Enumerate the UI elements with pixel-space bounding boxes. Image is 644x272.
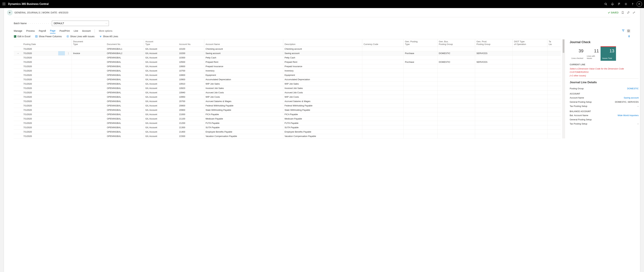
row-select[interactable]: [58, 112, 65, 116]
cell-taxlia[interactable]: [547, 86, 561, 90]
cell-diot[interactable]: [513, 95, 547, 99]
col-marker[interactable]: [14, 39, 22, 47]
cell-doc-no[interactable]: OPENINGBAL: [106, 55, 144, 60]
cell-taxlia[interactable]: [547, 51, 561, 55]
cell-doc-no[interactable]: OPENINGBAL: [106, 134, 144, 138]
table-row[interactable]: 7/1/2020OPENINGBALG/L Account21300SUTA P…: [14, 125, 561, 130]
row-select[interactable]: [58, 64, 65, 69]
cell-taxlia[interactable]: [547, 47, 561, 51]
cell-posting-date[interactable]: 7/1/2020: [22, 130, 58, 134]
cell-gpt[interactable]: [404, 86, 438, 90]
cell-doc-type[interactable]: [72, 130, 106, 134]
cell-doc-type[interactable]: [72, 55, 106, 60]
cell-currency[interactable]: [362, 47, 404, 51]
cell-acc-name[interactable]: Inventory: [204, 69, 283, 73]
cell-gbpg[interactable]: DOMESTIC: [438, 60, 475, 64]
pin-icon[interactable]: [628, 35, 630, 38]
row-menu-icon[interactable]: [65, 82, 72, 86]
cell-doc-no[interactable]: OPENINGBAL: [106, 116, 144, 121]
cell-doc-type[interactable]: [72, 86, 106, 90]
cell-currency[interactable]: [362, 86, 404, 90]
row-menu-icon[interactable]: [65, 77, 72, 82]
cell-gpt[interactable]: Purchase: [404, 51, 438, 55]
batch-lookup-icon[interactable]: ···: [106, 22, 108, 24]
cell-acc-name[interactable]: Federal Withholding Payable: [204, 103, 283, 108]
cell-taxlia[interactable]: [547, 116, 561, 121]
table-row[interactable]: 7/1/2020OPENINGBALG/L Account10800Equipm…: [14, 73, 561, 77]
cell-acc-no[interactable]: 10100: [178, 47, 204, 51]
cell-doc-no[interactable]: OPENINGBAL: [106, 99, 144, 103]
row-select[interactable]: [58, 60, 65, 64]
col-menu[interactable]: [65, 39, 72, 47]
row-select[interactable]: [58, 121, 65, 125]
cell-acc-type[interactable]: G/L Account: [144, 73, 178, 77]
cell-posting-date[interactable]: 7/1/2020: [22, 64, 58, 69]
row-select[interactable]: [58, 55, 65, 60]
cell-acc-name[interactable]: Accumulated Depreciation: [204, 77, 283, 82]
cell-gppg[interactable]: SERVICES: [475, 60, 512, 64]
show-fewer-columns-action[interactable]: Show Fewer Columns: [35, 35, 62, 38]
cell-gbpg[interactable]: DOMESTIC: [438, 51, 475, 55]
cell-posting-date[interactable]: 7/1/2020: [22, 82, 58, 86]
cell-acc-no[interactable]: 10950: [178, 95, 204, 99]
cell-currency[interactable]: [362, 130, 404, 134]
cell-diot[interactable]: [513, 60, 547, 64]
cell-gpt[interactable]: [404, 47, 438, 51]
cell-posting-date[interactable]: 7/1/2020: [22, 47, 58, 51]
cell-gbpg[interactable]: [438, 125, 475, 130]
cell-gpt[interactable]: [404, 103, 438, 108]
cell-doc-no[interactable]: OPENINGBAL: [106, 121, 144, 125]
row-menu-icon[interactable]: [65, 130, 72, 134]
cell-gppg[interactable]: [475, 73, 512, 77]
work-date[interactable]: 4/6/2020: [58, 11, 68, 14]
col-taxlia[interactable]: TaLia: [547, 39, 561, 47]
cell-desc[interactable]: Accumulated Depreciation: [283, 77, 362, 82]
cell-acc-type[interactable]: G/L Account: [144, 47, 178, 51]
cell-currency[interactable]: [362, 77, 404, 82]
menu-process[interactable]: Process: [26, 29, 35, 33]
table-row[interactable]: 7/1/2020OPENINGBALG/L Account21400Employ…: [14, 130, 561, 134]
cell-doc-no[interactable]: OPENINGBAL: [106, 77, 144, 82]
cell-gpt[interactable]: [404, 112, 438, 116]
table-row[interactable]: 7/1/2020OPENINGBALG/L Account10910WIP Jo…: [14, 82, 561, 86]
cell-taxlia[interactable]: [547, 121, 561, 125]
cell-acc-no[interactable]: 10300: [178, 55, 204, 60]
menu-account[interactable]: Account: [82, 29, 91, 33]
cell-posting-date[interactable]: 7/1/2020: [22, 108, 58, 112]
cell-gppg[interactable]: [475, 55, 512, 60]
posting-group-value[interactable]: DOMESTIC: [627, 87, 639, 90]
cell-doc-no[interactable]: OPENINGBAL: [106, 125, 144, 130]
cell-gpt[interactable]: [404, 77, 438, 82]
row-menu-icon[interactable]: [65, 73, 72, 77]
table-row[interactable]: 7/1/2020OPENINGBALG/L Account21500Vacati…: [14, 134, 561, 138]
factbox-toggle-icon[interactable]: [627, 29, 630, 33]
cell-desc[interactable]: Accrued Job Costs: [283, 90, 362, 95]
cell-diot[interactable]: [513, 130, 547, 134]
cell-gppg[interactable]: [475, 108, 512, 112]
cell-currency[interactable]: [362, 82, 404, 86]
cell-acc-name[interactable]: Checking account: [204, 47, 283, 51]
cell-posting-date[interactable]: 7/1/2020: [22, 90, 58, 95]
cell-acc-no[interactable]: 10500: [178, 60, 204, 64]
current-line-error[interactable]: Select a Dimension Value Code for the Di…: [570, 67, 639, 74]
cell-posting-date[interactable]: 7/1/2020: [22, 112, 58, 116]
cell-gbpg[interactable]: [438, 64, 475, 69]
cell-desc[interactable]: Vacation Compensation Payable: [283, 134, 362, 138]
cell-acc-no[interactable]: 20700: [178, 99, 204, 103]
table-row[interactable]: 7/1/2020OPENINGBALG/L Account20900State …: [14, 108, 561, 112]
cell-gppg[interactable]: [475, 103, 512, 108]
table-row[interactable]: 7/1/2020OPENINGBALG/L Account10940Accrue…: [14, 90, 561, 95]
cell-doc-type[interactable]: [72, 90, 106, 95]
cell-gppg[interactable]: SERVICES: [475, 51, 512, 55]
cell-currency[interactable]: [362, 134, 404, 138]
cell-gbpg[interactable]: [438, 99, 475, 103]
row-select[interactable]: [58, 134, 65, 138]
cell-acc-type[interactable]: G/L Account: [144, 134, 178, 138]
cell-currency[interactable]: [362, 73, 404, 77]
row-select[interactable]: [58, 51, 65, 55]
row-menu-icon[interactable]: [65, 47, 72, 51]
cell-acc-type[interactable]: G/L Account: [144, 77, 178, 82]
cell-acc-name[interactable]: Accrued Salaries & Wages: [204, 99, 283, 103]
cell-acc-name[interactable]: WIP Job Costs: [204, 95, 283, 99]
cell-gpt[interactable]: [404, 64, 438, 69]
